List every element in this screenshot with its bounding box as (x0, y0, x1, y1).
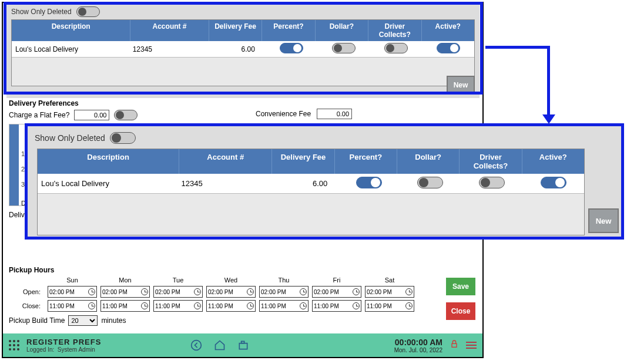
zoom-active-toggle[interactable] (541, 177, 566, 188)
svg-rect-3 (452, 343, 457, 347)
day-mon: Mon (100, 277, 150, 284)
footer-title: REGISTER PREFS (26, 338, 101, 346)
flat-fee-toggle[interactable] (114, 110, 138, 120)
cell-account: 12345 (129, 43, 206, 56)
show-only-deleted-toggle[interactable] (76, 6, 100, 17)
zoom-driver-collects-toggle[interactable] (479, 177, 505, 188)
close-mon[interactable]: 11:00 PM (100, 300, 150, 312)
annotation-zoom-box: Show Only Deleted Description Account # … (25, 123, 624, 240)
back-icon[interactable] (190, 339, 202, 351)
new-provider-button[interactable]: New (447, 76, 475, 95)
convenience-fee-row: Convenience Fee (256, 109, 352, 119)
clock-icon (247, 288, 254, 295)
register-icon[interactable] (237, 339, 249, 351)
annotation-arrow (485, 46, 550, 49)
home-icon[interactable] (214, 339, 226, 351)
providers-table-header: Description Account # Delivery Fee Perce… (12, 20, 474, 41)
zoom-new-button[interactable]: New (588, 208, 619, 233)
open-fri[interactable]: 02:00 PM (312, 286, 361, 298)
zoom-table-row[interactable]: Lou's Local Delivery 12345 6.00 (38, 174, 584, 194)
day-wed: Wed (206, 277, 256, 284)
clock-icon (405, 302, 413, 309)
th-description: Description (12, 20, 130, 41)
th-percent: Percent? (262, 20, 315, 41)
zoomed-providers-panel: Show Only Deleted Description Account # … (28, 126, 621, 237)
clock-icon (300, 288, 307, 295)
day-thu: Thu (259, 277, 309, 284)
footer-logged-in: Logged In: System Admin (26, 346, 101, 353)
close-tue[interactable]: 11:00 PM (153, 300, 203, 312)
flat-fee-row: Charge a Flat Fee? (9, 110, 479, 120)
close-wed[interactable]: 11:00 PM (206, 300, 256, 312)
open-sat[interactable]: 02:00 PM (365, 286, 414, 298)
zoom-cell-driver-collects (461, 174, 523, 193)
open-thu[interactable]: 02:00 PM (259, 286, 309, 298)
active-toggle[interactable] (437, 43, 460, 53)
close-fri[interactable]: 11:00 PM (312, 300, 361, 312)
zoom-table-header: Description Account # Delivery Fee Perce… (38, 149, 584, 174)
zoom-cell-delivery-fee: 6.00 (270, 177, 338, 190)
open-mon[interactable]: 02:00 PM (100, 286, 150, 298)
cell-dollar (318, 41, 370, 58)
zoom-th-dollar: Dollar? (397, 149, 460, 174)
menu-icon[interactable] (466, 342, 477, 349)
open-wed[interactable]: 02:00 PM (206, 286, 256, 298)
zoom-cell-account: 12345 (178, 177, 270, 190)
th-active: Active? (422, 20, 474, 41)
clock-icon (353, 302, 360, 309)
clock-icon (88, 288, 95, 295)
footer-datetime: 00:00:00 AM Mon. Jul. 00, 2022 (394, 338, 442, 353)
pickup-hours-section: Pickup Hours Sun Mon Tue Wed Thu Fri Sat… (9, 266, 444, 326)
lock-icon[interactable] (450, 339, 459, 352)
providers-table-row[interactable]: Lou's Local Delivery 12345 6.00 (12, 41, 474, 58)
cell-delivery-fee: 6.00 (206, 43, 266, 56)
flat-fee-input[interactable] (74, 110, 109, 120)
dollar-toggle[interactable] (332, 43, 356, 53)
pickup-build-time-label: Pickup Build Time (9, 316, 65, 325)
zoom-dollar-toggle[interactable] (417, 177, 443, 188)
close-thu[interactable]: 11:00 PM (259, 300, 309, 312)
cell-active (422, 41, 474, 58)
clock-icon (194, 302, 201, 309)
day-sun: Sun (48, 277, 97, 284)
clock-icon (141, 288, 148, 295)
zoom-th-description: Description (38, 149, 179, 174)
close-button[interactable]: Close (446, 302, 475, 320)
flat-fee-label: Charge a Flat Fee? (9, 111, 69, 119)
pickup-build-time-select[interactable]: 20 (68, 315, 98, 326)
zoom-th-active: Active? (522, 149, 584, 174)
grip-icon[interactable] (9, 340, 19, 350)
footer-date: Mon. Jul. 00, 2022 (394, 347, 442, 353)
percent-toggle[interactable] (280, 43, 303, 53)
zoom-th-percent: Percent? (335, 149, 397, 174)
footer-nav (190, 339, 249, 351)
close-sun[interactable]: 11:00 PM (48, 300, 97, 312)
open-tue[interactable]: 02:00 PM (153, 286, 203, 298)
providers-table: Description Account # Delivery Fee Perce… (11, 19, 475, 86)
zoom-providers-table: Description Account # Delivery Fee Perce… (37, 149, 585, 235)
cell-percent (266, 41, 318, 58)
save-button[interactable]: Save (446, 278, 475, 295)
annotation-arrow (547, 46, 550, 116)
zoom-show-only-deleted-toggle[interactable] (110, 132, 136, 144)
convenience-fee-input[interactable] (317, 109, 352, 119)
zoom-percent-toggle[interactable] (356, 177, 382, 188)
close-sat[interactable]: 11:00 PM (365, 300, 414, 312)
cell-description: Lou's Local Delivery (12, 43, 129, 56)
svg-point-0 (192, 341, 202, 350)
open-label: Open: (9, 288, 44, 295)
pickup-build-time-units: minutes (101, 316, 126, 325)
th-dollar: Dollar? (316, 20, 368, 41)
zoom-cell-percent (338, 174, 400, 193)
footer-time: 00:00:00 AM (394, 338, 442, 347)
day-sat: Sat (365, 277, 414, 284)
driver-collects-toggle[interactable] (384, 43, 408, 53)
zoom-show-only-deleted-row: Show Only Deleted (32, 130, 616, 149)
delivery-preferences-title: Delivery Preferences (9, 99, 479, 107)
zoom-show-only-deleted-label: Show Only Deleted (35, 133, 105, 143)
annotation-arrow-head (542, 114, 555, 124)
open-sun[interactable]: 02:00 PM (48, 286, 97, 298)
th-driver-collects: Driver Collects? (368, 20, 421, 41)
zoom-cell-dollar (400, 174, 461, 193)
show-only-deleted-label: Show Only Deleted (11, 8, 72, 16)
